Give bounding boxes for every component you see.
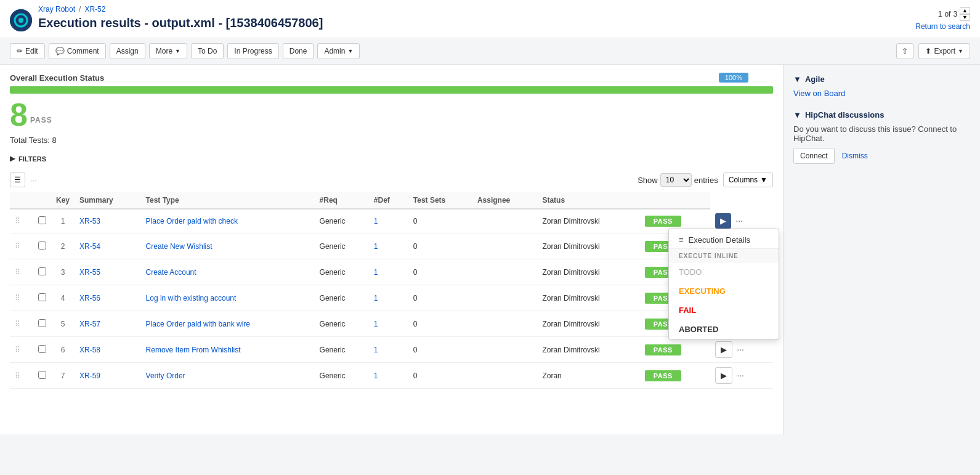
export-button[interactable]: ⬆ Export ▼	[918, 43, 970, 59]
test-sets	[472, 285, 537, 311]
row-num: 1	[51, 209, 75, 233]
pagination: 1 of 3 ▲ ▼ Return to search	[915, 7, 970, 31]
key-link[interactable]: XR-54	[79, 242, 100, 251]
drag-handle[interactable]: ⠿	[10, 209, 33, 233]
pagination-arrows[interactable]: ▲ ▼	[960, 7, 970, 21]
summary-link[interactable]: Create Account	[146, 268, 196, 277]
key-link[interactable]: XR-59	[79, 371, 100, 380]
app-logo[interactable]	[10, 9, 32, 31]
summary-link[interactable]: Remove Item From Whishlist	[146, 346, 241, 354]
def-count: 0	[408, 259, 472, 285]
pagination-down[interactable]: ▼	[960, 14, 970, 21]
drag-handle[interactable]: ⠿	[10, 337, 33, 363]
row-num: 3	[51, 259, 75, 285]
key-link[interactable]: XR-55	[79, 268, 100, 277]
status-badge: PASS	[645, 216, 681, 227]
row-checkbox[interactable]	[38, 371, 46, 379]
row-checkbox[interactable]	[38, 345, 46, 353]
breadcrumb-parent[interactable]: Xray Robot	[38, 5, 75, 14]
return-to-search-link[interactable]: Return to search	[915, 22, 970, 31]
req-link[interactable]: 1	[374, 294, 378, 302]
total-tests: Total Tests: 8	[10, 136, 773, 145]
connect-button[interactable]: Connect	[793, 148, 835, 164]
todo-item[interactable]: TODO	[669, 262, 779, 282]
view-on-board-link[interactable]: View on Board	[793, 89, 845, 98]
summary-link[interactable]: Verify Order	[146, 371, 185, 380]
edit-button[interactable]: ✏ Edit	[10, 43, 45, 59]
req-link[interactable]: 1	[374, 346, 378, 354]
aborted-item[interactable]: ABORTED	[669, 320, 779, 339]
key-link[interactable]: XR-56	[79, 294, 100, 302]
filters-row[interactable]: ▶ FILTERS	[10, 150, 773, 168]
req-link[interactable]: 1	[374, 217, 378, 225]
table-row: ⠿ 2 XR-54 Create New Wishlist Generic 1 …	[10, 233, 773, 259]
summary-link[interactable]: Place Order paid with bank wire	[146, 320, 250, 328]
hipchat-section: ▼ HipChat discussions Do you want to dis…	[793, 110, 970, 164]
row-checkbox[interactable]	[38, 242, 46, 250]
execute-inline-label: EXECUTE INLINE	[669, 249, 779, 262]
drag-handle[interactable]: ⠿	[10, 311, 33, 337]
filters-label: FILTERS	[18, 155, 46, 163]
row-checkbox[interactable]	[38, 293, 46, 301]
breadcrumb-current[interactable]: XR-52	[84, 5, 105, 14]
table-more-icon: ···	[30, 176, 37, 185]
req-link[interactable]: 1	[374, 320, 378, 328]
more-actions-button[interactable]: ···	[734, 344, 747, 354]
in-progress-button[interactable]: In Progress	[227, 43, 278, 59]
row-checkbox[interactable]	[38, 216, 46, 224]
assignee: Zoran Dimitrovski	[537, 311, 639, 337]
col-test-type: Test Type	[141, 192, 315, 209]
comment-button[interactable]: 💬 Comment	[49, 43, 106, 59]
dismiss-button[interactable]: Dismiss	[840, 148, 870, 164]
drag-handle[interactable]: ⠿	[10, 233, 33, 259]
req-link[interactable]: 1	[374, 268, 378, 277]
hipchat-collapse-icon: ▼	[793, 110, 801, 120]
row-checkbox[interactable]	[38, 267, 46, 275]
summary-link[interactable]: Place Order paid with check	[146, 217, 238, 225]
row-checkbox[interactable]	[38, 319, 46, 327]
execute-button[interactable]: ▶	[715, 341, 732, 358]
todo-button[interactable]: To Do	[191, 43, 224, 59]
agile-title[interactable]: ▼ Agile	[793, 75, 970, 84]
more-actions-button[interactable]: ···	[733, 216, 745, 225]
assignee: Zoran Dimitrovski	[537, 285, 639, 311]
execute-button[interactable]: ▶	[715, 367, 732, 384]
assignee: Zoran Dimitrovski	[537, 209, 639, 233]
share-icon: ⇧	[902, 47, 908, 55]
key-link[interactable]: XR-57	[79, 320, 100, 328]
assign-button[interactable]: Assign	[110, 43, 145, 59]
summary-link[interactable]: Log in with existing account	[146, 294, 237, 302]
def-count: 0	[408, 285, 472, 311]
entries-select[interactable]: 10 25 50 100	[660, 173, 692, 187]
drag-handle[interactable]: ⠿	[10, 259, 33, 285]
req-link[interactable]: 1	[374, 371, 378, 380]
table-view-button[interactable]: ☰	[10, 173, 25, 187]
fail-item[interactable]: FAIL	[669, 301, 779, 320]
more-actions-button[interactable]: ···	[734, 370, 747, 380]
columns-button[interactable]: Columns ▼	[723, 173, 773, 187]
drag-handle[interactable]: ⠿	[10, 285, 33, 311]
req-link[interactable]: 1	[374, 242, 378, 251]
more-button[interactable]: More ▼	[149, 43, 187, 59]
col-def: #Def	[369, 192, 408, 209]
executing-item[interactable]: EXECUTING	[669, 282, 779, 301]
done-button[interactable]: Done	[283, 43, 314, 59]
pagination-up[interactable]: ▲	[960, 7, 970, 14]
table-toolbar: ☰ ··· Show 10 25 50 100 entries Columns …	[10, 168, 773, 192]
key-link[interactable]: XR-58	[79, 346, 100, 354]
share-button[interactable]: ⇧	[896, 43, 913, 59]
col-test-sets: Test Sets	[408, 192, 472, 209]
execution-details-item[interactable]: ≡ Execution Details	[669, 229, 779, 249]
def-count: 0	[408, 311, 472, 337]
drag-handle[interactable]: ⠿	[10, 363, 33, 389]
col-status: Status	[537, 192, 639, 209]
more-caret-icon: ▼	[175, 48, 180, 54]
key-link[interactable]: XR-53	[79, 217, 100, 225]
table-row: ⠿ 6 XR-58 Remove Item From Whishlist Gen…	[10, 337, 773, 363]
hipchat-title[interactable]: ▼ HipChat discussions	[793, 110, 970, 120]
col-summary: Summary	[75, 192, 141, 209]
admin-button[interactable]: Admin ▼	[317, 43, 360, 59]
summary-link[interactable]: Create New Wishlist	[146, 242, 213, 251]
execute-button[interactable]: ▶	[715, 213, 731, 229]
svg-point-2	[18, 18, 23, 23]
